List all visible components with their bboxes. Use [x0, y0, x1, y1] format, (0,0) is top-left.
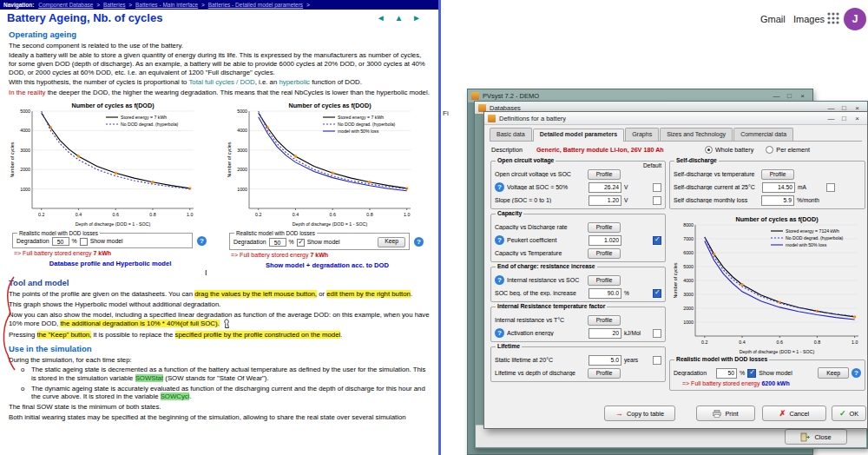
paragraph: During the simulation, for each time ste…	[9, 356, 430, 365]
static-lifetime-input[interactable]	[589, 355, 621, 366]
activation-energy-input[interactable]	[589, 328, 621, 339]
maximize-icon[interactable]: □	[838, 113, 851, 124]
help-icon[interactable]: ?	[495, 235, 504, 245]
degradation-value: 50	[52, 237, 69, 246]
printer-icon	[713, 410, 721, 418]
default-checkbox-peukert[interactable]	[653, 236, 661, 245]
peukert-input[interactable]	[589, 235, 621, 246]
help-icon[interactable]: ?	[852, 368, 861, 378]
keep-button[interactable]: Keep	[818, 367, 849, 379]
group-end-of-charge: End of charge: resistance increase ? Int…	[490, 267, 666, 302]
text: The points of the profile are given on t…	[9, 290, 194, 298]
cycles-chart[interactable]: Number of cycles as f(DOD)10002000300040…	[672, 214, 863, 359]
svg-text:6000: 6000	[683, 250, 694, 255]
svg-text:No DOD degrad. (hyperbola): No DOD degrad. (hyperbola)	[338, 122, 396, 127]
degradation-input[interactable]	[716, 368, 737, 379]
svg-text:8000: 8000	[683, 222, 694, 228]
show-model-checkbox[interactable]	[747, 369, 756, 378]
tab-detailed-model-parameters[interactable]: Detailed model parameters	[533, 129, 624, 142]
help-icon[interactable]: ?	[495, 275, 504, 285]
field-label: Static lifetime at 20°C	[495, 357, 586, 363]
breadcrumb-link-batteries[interactable]: Batteries	[103, 2, 126, 8]
gmail-link[interactable]: Gmail	[760, 14, 786, 24]
soc-exp-increase-input[interactable]	[589, 288, 621, 299]
whole-battery-option[interactable]: Whole battery	[705, 146, 753, 154]
minimize-icon[interactable]: —	[825, 113, 838, 124]
help-icon[interactable]: ?	[495, 182, 504, 192]
percent-label: %	[740, 370, 745, 376]
tab-sizes-technology[interactable]: Sizes and Technology	[660, 128, 733, 141]
stored-energy-result: => Full battery stored energy 7 kWh	[231, 252, 429, 260]
default-checkbox-slope[interactable]	[653, 196, 661, 205]
close-button-databases[interactable]: Close	[785, 429, 847, 445]
profile-button-capacity-rate[interactable]: Profile	[588, 222, 621, 233]
per-element-option[interactable]: Per element	[766, 146, 810, 154]
svg-text:Depth of discharge (DOD = 1 -: Depth of discharge (DOD = 1 - SOC)	[293, 221, 368, 227]
field-label: Capacity vs Discharge rate	[495, 224, 585, 230]
default-checkbox-activation[interactable]	[653, 329, 661, 338]
help-icon[interactable]: ?	[495, 328, 504, 338]
breadcrumb-link-component-database[interactable]: Component Database	[38, 2, 93, 8]
account-avatar[interactable]: J	[844, 8, 866, 30]
profile-button-resistance-soc[interactable]: Profile	[588, 275, 621, 286]
breadcrumb-link-batteries-main[interactable]: Batteries - Main interface	[135, 2, 198, 8]
whole-battery-radio[interactable]	[705, 146, 713, 154]
tab-commercial-data[interactable]: Commercial data	[733, 128, 793, 141]
variable-sowstat[interactable]: SOWStat	[135, 374, 164, 382]
tab-basic-data[interactable]: Basic data	[490, 128, 532, 141]
default-checkbox-lifetime[interactable]	[653, 356, 661, 365]
svg-text:Number of cycles: Number of cycles	[10, 142, 15, 177]
field-label: Self discharge monthly loss	[674, 197, 759, 203]
nav-forward-icon[interactable]: ►	[412, 13, 424, 23]
field-label: Capacity vs Temperature	[495, 250, 585, 256]
battery-description: Generic, Battery module Li-Ion, 26V 180 …	[536, 146, 693, 154]
dialog-titlebar: Definitions for a battery — □ ×	[484, 112, 867, 125]
profile-button-lifetime-dod[interactable]: Profile	[588, 368, 621, 379]
svg-text:0.4: 0.4	[739, 340, 745, 345]
variable-sowcycl[interactable]: SOWCycl	[161, 392, 190, 400]
slope-input[interactable]	[589, 195, 621, 206]
breadcrumb-separator: >	[128, 2, 132, 8]
page-title: Battery Ageing, Nb. of cycles	[7, 11, 162, 24]
print-button[interactable]: Print	[696, 406, 755, 421]
cancel-button[interactable]: ✗ Cancel	[762, 406, 826, 421]
google-apps-icon[interactable]	[826, 11, 840, 29]
link-total-full-cycles[interactable]: Total full cycles / DOD	[188, 78, 254, 86]
profile-button-capacity-temp[interactable]: Profile	[588, 248, 621, 259]
field-label: Self-discharge vs temperature	[674, 171, 759, 177]
show-model-checkbox	[80, 238, 88, 246]
default-checkbox-soc[interactable]	[653, 289, 661, 298]
images-link[interactable]: Images	[793, 14, 825, 24]
paragraph: Ideally a battery will be able to store …	[9, 51, 430, 76]
tab-graphs[interactable]: Graphs	[625, 128, 659, 141]
paragraph: With this hypothesis, the number of cycl…	[9, 78, 430, 87]
bullet-marker: o	[21, 385, 31, 401]
close-icon[interactable]: ×	[851, 113, 864, 124]
breadcrumb-link-detailed-params[interactable]: Batteries - Detailed model parameters	[208, 2, 303, 8]
monthly-loss-input[interactable]	[761, 195, 794, 206]
nav-label: Navigation:	[3, 2, 34, 8]
copy-to-table-button[interactable]: → Copy to table	[604, 406, 675, 421]
profile-button-resistance-temp[interactable]: Profile	[588, 315, 621, 326]
selfdischarge-current-input[interactable]	[762, 182, 795, 193]
nav-up-icon[interactable]: ▲	[394, 13, 406, 23]
paragraph: In the reality the deeper the DOD, the h…	[9, 89, 430, 97]
default-checkbox-selfdischarge[interactable]	[826, 183, 835, 192]
profile-button-ocv[interactable]: Profile	[588, 169, 621, 180]
realistic-model-box: Realistic model with DOD losses Degradat…	[12, 233, 193, 248]
voltage-soc50-input[interactable]	[589, 182, 621, 193]
paragraph: Now you can also show the model, includi…	[9, 311, 430, 330]
help-icon: ?	[197, 236, 207, 246]
ok-button[interactable]: ✓ OK	[832, 406, 866, 421]
svg-text:1.0: 1.0	[187, 212, 193, 217]
nav-back-icon[interactable]: ◄	[377, 13, 389, 23]
realistic-model-box: Realistic model with DOD losses Degradat…	[229, 233, 410, 250]
link-hyperbolic[interactable]: hyperbolic	[279, 78, 310, 86]
per-element-radio[interactable]	[766, 146, 773, 154]
svg-text:No DOD degrad. (hyperbola): No DOD degrad. (hyperbola)	[121, 122, 179, 127]
paragraph: Pressing the "Keep" button, it is possib…	[9, 331, 430, 340]
profile-button-selfdischarge[interactable]: Profile	[761, 169, 794, 180]
cross-icon: ✗	[779, 409, 786, 418]
default-checkbox-voltage[interactable]	[653, 183, 661, 192]
result-value: 7 kWh	[93, 250, 111, 256]
